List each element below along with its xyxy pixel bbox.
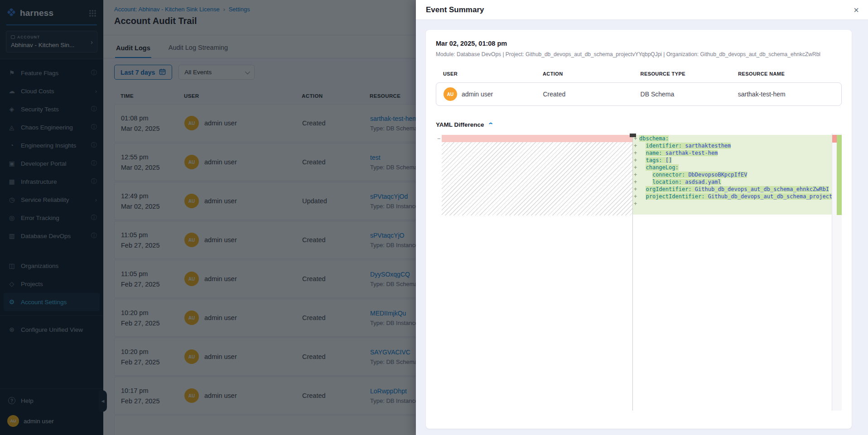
diff-added-line: + name: sarthak-test-hem: [633, 149, 832, 157]
drawer-title: Event Summary: [426, 5, 484, 14]
yaml-key: name:: [646, 150, 662, 156]
diff-pane-original: −: [436, 134, 633, 411]
added-line-marker: +: [634, 186, 637, 193]
diff-splitter-handle[interactable]: [630, 134, 636, 137]
diff-added-line: + projectIdentifier: Github_db_devops_au…: [633, 193, 832, 200]
added-line-marker: +: [634, 171, 637, 178]
added-line-marker: +: [634, 142, 637, 149]
column-header-action: ACTION: [543, 71, 641, 76]
event-timestamp: Mar 02, 2025, 01:08 pm: [436, 40, 842, 47]
diff-added-line: + changeLog:: [633, 164, 832, 171]
summary-action: Created: [543, 91, 641, 98]
diff-added-line: + orgIdentifier: Github_db_devops_aut_db…: [633, 186, 832, 193]
yaml-diff-editor[interactable]: − +dbschema:+ identifier: sarthaktesthem…: [436, 134, 842, 411]
added-line-marker: +: [634, 149, 637, 157]
yaml-value: Github_db_devops_aut_db_schema_ehnkcZwRb…: [692, 186, 829, 192]
diff-added-line: + tags: []: [633, 157, 832, 164]
modal-overlay[interactable]: [0, 0, 416, 435]
drawer-body: Mar 02, 2025, 01:08 pm Module: Database …: [416, 20, 868, 435]
diff-added-line: + identifier: sarthaktesthem: [633, 142, 832, 149]
added-line-marker: +: [634, 193, 637, 200]
event-meta: Module: Database DevOps | Project: Githu…: [436, 51, 842, 57]
yaml-key: identifier:: [646, 143, 681, 149]
yaml-difference-toggle[interactable]: YAML Difference ⌃: [436, 121, 842, 128]
diff-pane-modified: +dbschema:+ identifier: sarthaktesthem+ …: [633, 134, 832, 411]
summary-table-row: AU admin user Created DB Schema sarthak-…: [436, 82, 842, 106]
close-icon[interactable]: ×: [854, 5, 859, 14]
yaml-key: projectIdentifier:: [646, 193, 704, 200]
yaml-key: changeLog:: [646, 164, 678, 171]
yaml-key: orgIdentifier:: [646, 186, 691, 192]
column-header-user: USER: [443, 71, 543, 76]
summary-resource-type: DB Schema: [641, 91, 738, 98]
removed-line-marker: −: [436, 135, 442, 142]
summary-table-header: USERACTIONRESOURCE TYPERESOURCE NAME: [436, 71, 842, 76]
column-header-resource-name: RESOURCE NAME: [738, 71, 842, 76]
diff-added-line: + location: asdsad.yaml: [633, 178, 832, 186]
diff-added-line: + connector: DbDevopsoBKpcpIfEV: [633, 171, 832, 178]
drawer-header: Event Summary ×: [416, 0, 868, 20]
summary-user: admin user: [462, 91, 493, 98]
yaml-value: Github_db_devops_aut_db_schema_projectvY…: [705, 193, 832, 200]
yaml-value: sarthaktesthem: [682, 143, 731, 149]
yaml-key: connector:: [652, 172, 685, 178]
app-root: harness ACCOUNT Abhinav - Kitchen Sin...…: [0, 0, 868, 435]
event-summary-drawer: Event Summary × Mar 02, 2025, 01:08 pm M…: [416, 0, 868, 435]
yaml-key: tags:: [646, 157, 662, 163]
column-header-resource-type: RESOURCE TYPE: [641, 71, 738, 76]
added-line-marker: +: [634, 157, 637, 164]
avatar: AU: [444, 87, 457, 101]
yaml-value: []: [662, 157, 672, 163]
yaml-key: location:: [652, 179, 682, 185]
diff-added-line: +: [633, 200, 832, 207]
yaml-key: dbschema:: [639, 135, 669, 142]
diff-removed-line: [442, 135, 632, 142]
yaml-value: DbDevopsoBKpcpIfEV: [685, 172, 747, 178]
chevron-up-icon: ⌃: [487, 122, 494, 128]
event-card: Mar 02, 2025, 01:08 pm Module: Database …: [426, 30, 852, 429]
diff-added-block: +dbschema:+ identifier: sarthaktesthem+ …: [633, 135, 832, 215]
added-line-marker: +: [634, 178, 637, 186]
diff-added-line: +dbschema:: [633, 135, 832, 142]
added-line-marker: +: [634, 164, 637, 171]
yaml-value: asdsad.yaml: [682, 179, 721, 185]
yaml-value: sarthak-test-hem: [662, 150, 718, 156]
added-line-marker: +: [634, 200, 637, 207]
diff-empty-hatch: [442, 142, 632, 215]
ruler-added-marker: [837, 135, 842, 215]
diff-overview-ruler[interactable]: [832, 134, 842, 411]
summary-resource-name: sarthak-test-hem: [738, 91, 841, 98]
